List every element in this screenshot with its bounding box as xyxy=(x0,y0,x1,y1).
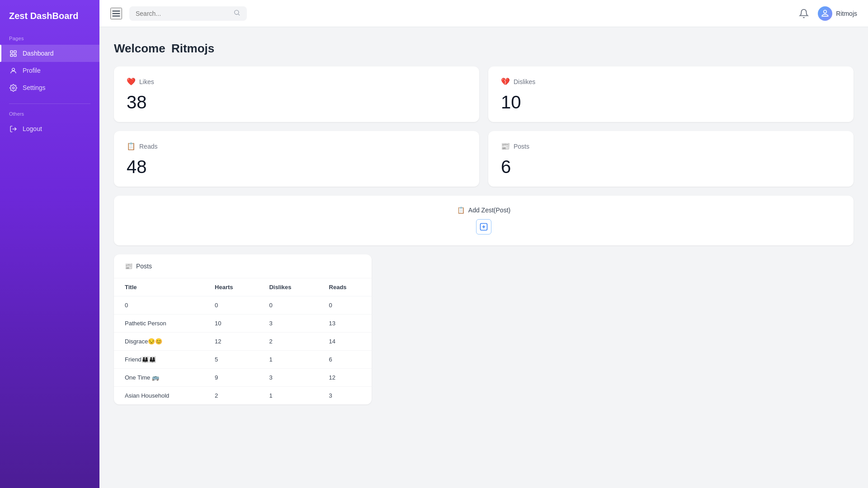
add-zest-card: 📋 Add Zest(Post) xyxy=(114,196,854,245)
stats-row-2: 📋 Reads 48 📰 Posts 6 xyxy=(114,131,854,187)
stat-card-dislikes: 💔 Dislikes 10 xyxy=(488,66,854,122)
likes-value: 38 xyxy=(127,93,467,111)
stat-card-likes: ❤️ Likes 38 xyxy=(114,66,479,122)
dislikes-icon: 💔 xyxy=(501,77,510,86)
cell-reads: 6 xyxy=(318,351,372,369)
posts-table-title: Posts xyxy=(136,263,152,270)
table-row: Disgrace😒😊12214 xyxy=(114,333,372,351)
search-wrapper xyxy=(129,6,247,21)
table-row: Asian Household213 xyxy=(114,387,372,405)
sidebar-item-logout[interactable]: Logout xyxy=(0,120,99,137)
posts-header: 📰 Posts xyxy=(501,142,841,150)
cell-dislikes: 3 xyxy=(258,314,318,333)
dislikes-header: 💔 Dislikes xyxy=(501,77,841,86)
welcome-name: Ritmojs xyxy=(171,42,214,55)
dislikes-label: Dislikes xyxy=(514,78,535,85)
reads-header: 📋 Reads xyxy=(127,142,467,150)
cell-hearts: 10 xyxy=(204,314,258,333)
reads-value: 48 xyxy=(127,158,467,176)
add-zest-button[interactable] xyxy=(476,219,491,235)
reads-label: Reads xyxy=(139,143,157,150)
stat-card-posts: 📰 Posts 6 xyxy=(488,131,854,187)
others-section-label: Others xyxy=(0,111,99,120)
svg-rect-2 xyxy=(10,54,13,56)
add-zest-text: Add Zest(Post) xyxy=(468,206,510,214)
pages-section-label: Pages xyxy=(0,36,99,45)
cell-reads: 13 xyxy=(318,314,372,333)
cell-hearts: 5 xyxy=(204,351,258,369)
posts-table-header: 📰 Posts xyxy=(114,254,372,278)
app-logo: Zest DashBoard xyxy=(0,11,99,36)
cell-title: Disgrace😒😊 xyxy=(114,333,204,351)
stat-card-reads: 📋 Reads 48 xyxy=(114,131,479,187)
posts-table-body: 0000Pathetic Person10313Disgrace😒😊12214F… xyxy=(114,296,372,405)
welcome-prefix: Welcome xyxy=(114,42,165,55)
cell-reads: 12 xyxy=(318,369,372,387)
cell-hearts: 9 xyxy=(204,369,258,387)
sidebar-divider xyxy=(9,103,90,104)
table-row: Friend👨‍👩‍👦👨‍👩‍👦516 xyxy=(114,351,372,369)
cell-reads: 0 xyxy=(318,296,372,314)
posts-table-icon: 📰 xyxy=(125,263,132,270)
profile-icon xyxy=(9,66,17,75)
add-zest-label: 📋 Add Zest(Post) xyxy=(457,206,510,214)
table-header-row: Title Hearts Dislikes Reads xyxy=(114,278,372,296)
settings-icon xyxy=(9,84,17,92)
svg-point-5 xyxy=(12,87,14,89)
cell-dislikes: 2 xyxy=(258,333,318,351)
svg-line-11 xyxy=(238,14,240,15)
cell-hearts: 2 xyxy=(204,387,258,405)
sidebar-dashboard-label: Dashboard xyxy=(23,50,54,57)
sidebar-logout-label: Logout xyxy=(23,125,42,132)
col-hearts: Hearts xyxy=(204,278,258,296)
cell-title: Asian Household xyxy=(114,387,204,405)
col-dislikes: Dislikes xyxy=(258,278,318,296)
user-info[interactable]: Ritmojs xyxy=(818,6,857,21)
stats-row-1: ❤️ Likes 38 💔 Dislikes 10 xyxy=(114,66,854,122)
svg-rect-0 xyxy=(10,51,13,53)
cell-title: Pathetic Person xyxy=(114,314,204,333)
content-area: Welcome Ritmojs ❤️ Likes 38 💔 Dislikes 1… xyxy=(99,27,868,488)
cell-dislikes: 3 xyxy=(258,369,318,387)
svg-rect-3 xyxy=(14,54,16,56)
svg-point-4 xyxy=(12,68,14,70)
cell-hearts: 0 xyxy=(204,296,258,314)
svg-point-10 xyxy=(235,10,239,14)
cell-title: 0 xyxy=(114,296,204,314)
svg-rect-1 xyxy=(14,51,16,53)
notification-button[interactable] xyxy=(799,9,809,19)
topbar-right: Ritmojs xyxy=(799,6,857,21)
likes-header: ❤️ Likes xyxy=(127,77,467,86)
avatar xyxy=(818,6,832,21)
cell-reads: 3 xyxy=(318,387,372,405)
posts-icon: 📰 xyxy=(501,142,510,150)
posts-value: 6 xyxy=(501,158,841,176)
col-reads: Reads xyxy=(318,278,372,296)
posts-table-card: 📰 Posts Title Hearts Dislikes Reads 0000… xyxy=(114,254,372,404)
likes-label: Likes xyxy=(139,78,154,85)
topbar: Ritmojs xyxy=(99,0,868,27)
sidebar-item-settings[interactable]: Settings xyxy=(0,79,99,96)
cell-dislikes: 1 xyxy=(258,387,318,405)
cell-title: Friend👨‍👩‍👦👨‍👩‍👦 xyxy=(114,351,204,369)
cell-dislikes: 0 xyxy=(258,296,318,314)
sidebar-item-profile[interactable]: Profile xyxy=(0,62,99,79)
main-content: Ritmojs Welcome Ritmojs ❤️ Likes 38 💔 Di… xyxy=(99,0,868,488)
logout-icon xyxy=(9,125,17,133)
sidebar-settings-label: Settings xyxy=(23,84,46,91)
sidebar: Zest DashBoard Pages Dashboard Profile xyxy=(0,0,99,488)
search-icon xyxy=(233,9,241,18)
cell-title: One Time 🚌 xyxy=(114,369,204,387)
add-zest-calendar-icon: 📋 xyxy=(457,206,465,214)
posts-label: Posts xyxy=(514,143,529,150)
table-row: Pathetic Person10313 xyxy=(114,314,372,333)
menu-button[interactable] xyxy=(110,8,122,19)
table-row: 0000 xyxy=(114,296,372,314)
col-title: Title xyxy=(114,278,204,296)
cell-reads: 14 xyxy=(318,333,372,351)
user-name: Ritmojs xyxy=(836,10,857,17)
sidebar-item-dashboard[interactable]: Dashboard xyxy=(0,45,99,62)
svg-point-12 xyxy=(824,10,827,13)
posts-table: Title Hearts Dislikes Reads 0000Pathetic… xyxy=(114,278,372,404)
search-input[interactable] xyxy=(136,10,230,17)
